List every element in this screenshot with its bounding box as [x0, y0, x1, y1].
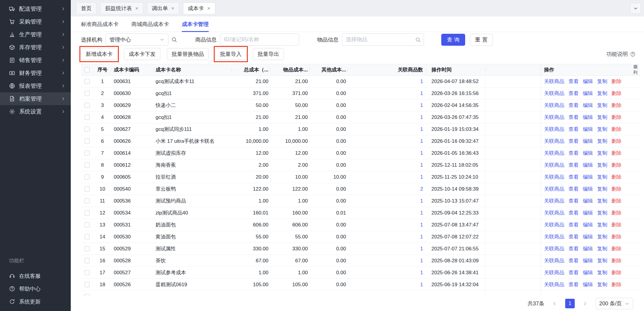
- row-checkbox[interactable]: [84, 139, 90, 144]
- row-linked-count[interactable]: 2: [420, 186, 423, 192]
- row-action-copy[interactable]: 复制: [597, 245, 607, 252]
- sidebar-item[interactable]: 生产管理: [0, 28, 71, 41]
- row-checkbox[interactable]: [84, 282, 90, 287]
- row-action-delete[interactable]: 删除: [611, 281, 622, 288]
- sidebar-item[interactable]: 配送管理: [0, 2, 71, 15]
- row-action-copy[interactable]: 复制: [597, 90, 607, 97]
- row-action-link-products[interactable]: 关联商品: [544, 174, 564, 180]
- row-action-link-products[interactable]: 关联商品: [544, 90, 564, 97]
- row-linked-count[interactable]: 1: [420, 270, 423, 276]
- row-action-link-products[interactable]: 关联商品: [544, 150, 564, 157]
- row-action-copy[interactable]: 复制: [597, 257, 607, 264]
- subtab[interactable]: 标准商品成本卡: [81, 16, 119, 32]
- row-action-delete[interactable]: 删除: [611, 221, 622, 228]
- subtab[interactable]: 商城商品成本卡: [131, 16, 169, 32]
- row-checkbox[interactable]: [84, 91, 90, 96]
- row-action-view[interactable]: 查看: [568, 186, 579, 192]
- row-checkbox[interactable]: [84, 198, 90, 203]
- action-button[interactable]: 批量替换物品: [167, 48, 209, 60]
- row-linked-count[interactable]: 1: [420, 246, 423, 252]
- sidebar-item[interactable]: 财务管理: [0, 67, 71, 79]
- row-linked-count[interactable]: 1: [420, 210, 423, 216]
- row-action-delete[interactable]: 删除: [611, 269, 622, 276]
- row-action-view[interactable]: 查看: [568, 257, 579, 264]
- row-linked-count[interactable]: 1: [420, 114, 423, 120]
- org-select[interactable]: 管理中心: [106, 33, 168, 46]
- row-action-view[interactable]: 查看: [568, 138, 579, 145]
- row-action-copy[interactable]: 复制: [597, 233, 607, 240]
- row-action-link-products[interactable]: 关联商品: [544, 186, 564, 192]
- row-action-edit[interactable]: 编辑: [583, 197, 593, 204]
- sidebar-item[interactable]: 报表管理: [0, 79, 71, 92]
- row-action-delete[interactable]: 删除: [611, 138, 622, 145]
- row-action-copy[interactable]: 复制: [597, 269, 607, 276]
- action-button[interactable]: 新增成本卡: [81, 48, 117, 60]
- col-header-total[interactable]: 总成本（...: [232, 64, 270, 75]
- row-action-copy[interactable]: 复制: [597, 114, 607, 121]
- row-action-delete[interactable]: 删除: [611, 197, 622, 204]
- row-action-view[interactable]: 查看: [568, 281, 579, 288]
- row-linked-count[interactable]: 1: [420, 174, 423, 180]
- row-action-edit[interactable]: 编辑: [583, 114, 593, 121]
- sidebar-footer-item[interactable]: 帮助中心: [0, 282, 71, 295]
- row-checkbox[interactable]: [84, 246, 90, 251]
- col-header-item-cost[interactable]: 物品成本...: [270, 64, 310, 75]
- row-action-edit[interactable]: 编辑: [583, 209, 593, 216]
- row-action-link-products[interactable]: 关联商品: [544, 138, 564, 145]
- row-action-view[interactable]: 查看: [568, 150, 579, 157]
- row-action-link-products[interactable]: 关联商品: [544, 233, 564, 240]
- row-action-delete[interactable]: 删除: [611, 209, 622, 216]
- prev-page-button[interactable]: [550, 299, 560, 308]
- action-button[interactable]: 成本卡下发: [124, 48, 160, 60]
- row-action-delete[interactable]: 删除: [611, 174, 622, 180]
- search-icon[interactable]: [415, 37, 421, 43]
- sidebar-item[interactable]: 库存管理: [0, 41, 71, 54]
- row-action-link-products[interactable]: 关联商品: [544, 197, 564, 204]
- action-button[interactable]: 批量导入: [215, 48, 246, 60]
- reset-button[interactable]: 重置: [470, 34, 493, 46]
- row-action-delete[interactable]: 删除: [611, 257, 622, 264]
- row-action-view[interactable]: 查看: [568, 221, 579, 228]
- row-checkbox[interactable]: [84, 258, 90, 263]
- row-action-copy[interactable]: 复制: [597, 138, 607, 145]
- row-action-delete[interactable]: 删除: [611, 126, 622, 133]
- row-action-view[interactable]: 查看: [568, 197, 579, 204]
- row-linked-count[interactable]: 1: [420, 150, 423, 156]
- row-action-edit[interactable]: 编辑: [583, 126, 593, 133]
- sidebar-footer-item[interactable]: 系统更新: [0, 295, 71, 308]
- row-linked-count[interactable]: 1: [420, 162, 423, 168]
- item-search-input[interactable]: [342, 33, 424, 46]
- sidebar-item[interactable]: 系统设置: [0, 105, 71, 118]
- row-linked-count[interactable]: 1: [420, 102, 423, 108]
- row-linked-count[interactable]: 1: [420, 91, 423, 96]
- next-page-button[interactable]: [580, 299, 590, 308]
- row-action-link-products[interactable]: 关联商品: [544, 162, 564, 168]
- row-action-edit[interactable]: 编辑: [583, 269, 593, 276]
- row-action-edit[interactable]: 编辑: [583, 90, 593, 97]
- sidebar-item[interactable]: 销售管理: [0, 54, 71, 67]
- org-search-icon[interactable]: [171, 36, 177, 43]
- col-header-name[interactable]: 成本卡名称: [154, 64, 232, 75]
- row-action-copy[interactable]: 复制: [597, 78, 607, 85]
- row-linked-count[interactable]: 1: [420, 222, 423, 228]
- action-button[interactable]: 批量导出: [253, 48, 284, 60]
- row-checkbox[interactable]: [84, 174, 90, 180]
- page-size-select[interactable]: 200 条/页: [596, 298, 633, 309]
- row-checkbox[interactable]: [84, 103, 90, 108]
- row-action-delete[interactable]: 删除: [611, 102, 622, 109]
- row-action-view[interactable]: 查看: [568, 269, 579, 276]
- col-header-other-cost[interactable]: 其他成本...: [310, 64, 348, 75]
- row-action-view[interactable]: 查看: [568, 78, 579, 85]
- row-action-copy[interactable]: 复制: [597, 221, 607, 228]
- row-action-link-products[interactable]: 关联商品: [544, 78, 564, 85]
- col-header-time[interactable]: 操作时间: [426, 64, 486, 75]
- row-action-link-products[interactable]: 关联商品: [544, 281, 564, 288]
- row-action-edit[interactable]: 编辑: [583, 233, 593, 240]
- row-linked-count[interactable]: 1: [420, 234, 423, 240]
- row-checkbox[interactable]: [84, 186, 90, 191]
- row-linked-count[interactable]: 1: [420, 198, 423, 204]
- product-search-input[interactable]: [220, 33, 299, 46]
- column-settings[interactable]: 列: [631, 64, 640, 75]
- row-checkbox[interactable]: [84, 210, 90, 215]
- row-action-edit[interactable]: 编辑: [583, 174, 593, 180]
